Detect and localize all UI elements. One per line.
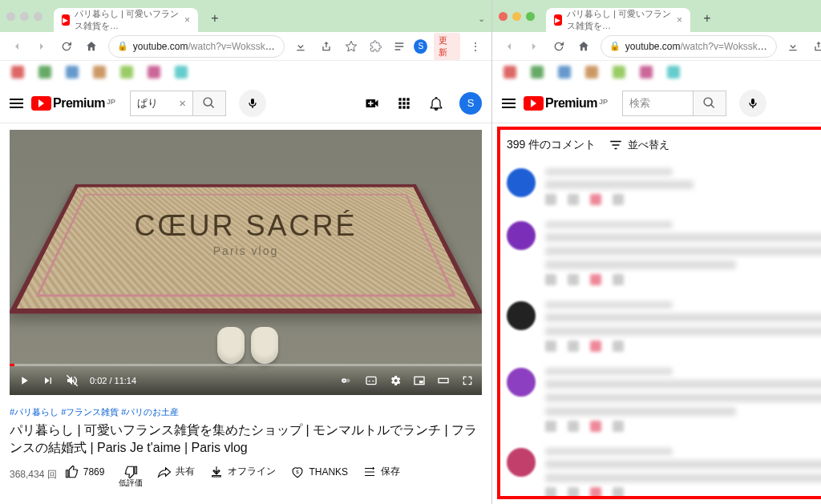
notifications-icon[interactable] [427,95,445,112]
voice-search[interactable] [239,90,266,117]
new-tab-button[interactable]: + [204,8,225,29]
youtube-favicon: ▶ [554,14,562,26]
sort-button[interactable]: 並べ替え [609,138,669,152]
youtube-play-icon [31,96,51,111]
browser-menu[interactable]: ⋮ [467,38,483,55]
url-text: youtube.com/watch?v=WoksskHT6ec [625,41,768,52]
reading-list-icon[interactable] [390,38,407,55]
commenter-avatar[interactable] [507,448,536,477]
account-avatar[interactable]: S [459,92,482,115]
lock-icon: 🔒 [117,41,128,51]
video-player[interactable]: CŒUR SACRÉ Paris vlog 0:02 / 11:14 [10,130,482,395]
time-display: 0:02 / 11:14 [90,376,136,385]
save-button[interactable]: 保存 [362,465,400,479]
nav-back[interactable] [8,38,25,55]
comment-item[interactable] [505,360,821,440]
share-url-icon[interactable] [810,38,821,55]
new-tab-button[interactable]: + [697,8,718,29]
create-icon[interactable] [363,95,381,112]
comment-item[interactable] [505,213,821,293]
svg-rect-4 [419,381,423,383]
mute-button[interactable] [66,374,79,387]
commenter-avatar[interactable] [507,301,536,330]
bookmarks-bar [0,61,491,83]
svg-rect-5 [439,379,448,383]
comment-count: 399 件のコメント [507,138,596,152]
svg-text:$: $ [297,469,300,474]
settings-gear-icon[interactable] [389,374,402,387]
youtube-logo[interactable]: Premium JP [524,96,608,111]
nav-back[interactable] [500,38,517,55]
search-button[interactable] [693,91,726,116]
fullscreen-button[interactable] [461,374,474,387]
tab-close[interactable]: × [184,14,190,26]
video-title: パリ暮らし | 可愛いフランス雑貨を集めたショップ | モンマルトルでランチ |… [10,421,482,456]
thanks-button[interactable]: $THANKS [290,465,348,479]
youtube-play-icon [524,96,544,111]
hamburger-menu[interactable] [502,99,516,108]
comment-item[interactable] [505,440,821,499]
theater-button[interactable] [437,374,450,387]
share-button[interactable]: 共有 [157,465,195,479]
nav-forward[interactable] [525,38,542,55]
next-button[interactable] [42,374,55,387]
search-input[interactable]: ぱり × [130,91,192,116]
home-icon[interactable] [83,38,100,55]
hamburger-menu[interactable] [10,99,23,108]
tab-title: パリ暮らし | 可愛いフランス雑貨を… [567,8,672,32]
commenter-avatar[interactable] [507,368,536,397]
tab-overflow[interactable]: ⌄ [478,14,485,24]
youtube-logo[interactable]: Premium JP [31,96,115,111]
tab-title: パリ暮らし | 可愛いフランス雑貨を… [75,8,180,32]
dislike-button[interactable]: 低評価 [119,465,143,488]
autoplay-toggle[interactable] [341,374,354,387]
miniplayer-button[interactable] [413,374,426,387]
voice-search[interactable] [739,90,766,117]
bookmarks-bar [492,61,821,83]
lock-icon: 🔒 [609,41,621,51]
install-icon[interactable] [785,38,802,55]
address-bar[interactable]: 🔒 youtube.com/watch?v=WoksskHT6ec [108,35,285,58]
tab-close[interactable]: × [677,14,682,26]
comment-item[interactable] [505,160,821,213]
search-input[interactable]: 検索 [622,91,693,116]
chrome-update-chip[interactable]: 更新 [434,33,460,60]
offline-button[interactable]: オフライン [209,465,276,479]
like-button[interactable]: 7869 [65,465,105,479]
home-icon[interactable] [576,38,592,55]
browser-tab[interactable]: ▶ パリ暮らし | 可愛いフランス雑貨を… × [546,8,690,32]
comment-item[interactable] [505,293,821,360]
nav-forward[interactable] [33,38,50,55]
svg-rect-2 [366,377,376,385]
search-button[interactable] [192,91,226,116]
search-value: ぱり [137,96,158,111]
share-url-icon[interactable] [317,38,334,55]
commenter-avatar[interactable] [507,168,536,197]
captions-button[interactable] [365,374,378,387]
search-placeholder: 検索 [629,96,650,111]
reload-icon[interactable] [58,38,75,55]
youtube-favicon: ▶ [62,14,70,26]
install-icon[interactable] [293,38,309,55]
commenter-avatar[interactable] [507,221,536,250]
view-count: 368,434 回 [10,465,57,482]
url-text: youtube.com/watch?v=WoksskHT6ec [133,41,276,52]
apps-icon[interactable] [395,95,413,112]
extensions-icon[interactable] [367,38,384,55]
profile-avatar[interactable]: S [414,39,427,54]
bookmark-star-icon[interactable] [342,38,359,55]
play-button[interactable] [18,374,30,387]
address-bar[interactable]: 🔒 youtube.com/watch?v=WoksskHT6ec [601,35,777,58]
clear-search[interactable]: × [179,96,186,110]
video-hashtags[interactable]: #パリ暮らし #フランス雑貨 #パリのお土産 [10,406,482,418]
reload-icon[interactable] [550,38,567,55]
browser-tab[interactable]: ▶ パリ暮らし | 可愛いフランス雑貨を… × [54,8,198,32]
